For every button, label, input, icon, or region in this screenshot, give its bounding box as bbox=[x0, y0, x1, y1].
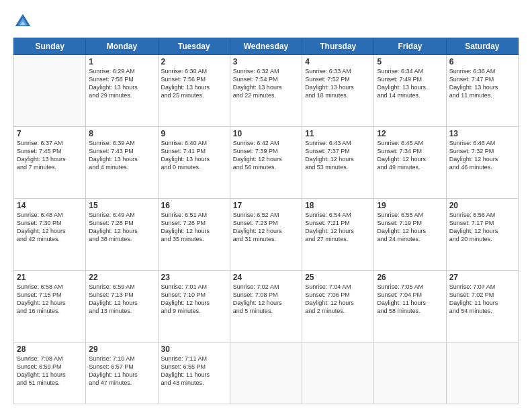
calendar-cell: 1Sunrise: 6:29 AM Sunset: 7:58 PM Daylig… bbox=[86, 55, 158, 127]
calendar-cell: 26Sunrise: 7:05 AM Sunset: 7:04 PM Dayli… bbox=[374, 270, 446, 342]
day-header: Friday bbox=[374, 38, 446, 55]
header-row: SundayMondayTuesdayWednesdayThursdayFrid… bbox=[14, 38, 519, 55]
cell-info: Sunrise: 6:39 AM Sunset: 7:43 PM Dayligh… bbox=[89, 139, 154, 172]
day-number: 21 bbox=[17, 273, 83, 282]
calendar-cell: 23Sunrise: 7:01 AM Sunset: 7:10 PM Dayli… bbox=[158, 270, 230, 342]
calendar-cell: 10Sunrise: 6:42 AM Sunset: 7:39 PM Dayli… bbox=[230, 126, 302, 198]
cell-info: Sunrise: 7:08 AM Sunset: 6:59 PM Dayligh… bbox=[17, 355, 83, 387]
day-number: 26 bbox=[377, 273, 443, 282]
cell-info: Sunrise: 7:02 AM Sunset: 7:08 PM Dayligh… bbox=[233, 283, 299, 316]
cell-info: Sunrise: 7:11 AM Sunset: 6:55 PM Dayligh… bbox=[161, 355, 227, 387]
calendar-cell: 5Sunrise: 6:34 AM Sunset: 7:49 PM Daylig… bbox=[374, 55, 446, 127]
calendar-cell bbox=[374, 342, 446, 404]
logo bbox=[13, 12, 35, 31]
calendar-cell: 17Sunrise: 6:52 AM Sunset: 7:23 PM Dayli… bbox=[230, 198, 302, 270]
day-number: 9 bbox=[161, 129, 227, 138]
calendar-cell: 14Sunrise: 6:48 AM Sunset: 7:30 PM Dayli… bbox=[14, 198, 86, 270]
day-number: 13 bbox=[449, 129, 515, 138]
day-number: 30 bbox=[161, 345, 227, 354]
cell-info: Sunrise: 6:48 AM Sunset: 7:30 PM Dayligh… bbox=[17, 211, 83, 244]
cell-info: Sunrise: 6:45 AM Sunset: 7:34 PM Dayligh… bbox=[377, 139, 443, 172]
day-number: 20 bbox=[449, 201, 515, 210]
header bbox=[13, 12, 519, 31]
day-header: Monday bbox=[86, 38, 158, 55]
calendar-cell: 25Sunrise: 7:04 AM Sunset: 7:06 PM Dayli… bbox=[302, 270, 374, 342]
day-number: 4 bbox=[305, 57, 371, 66]
day-header: Tuesday bbox=[158, 38, 230, 55]
calendar-cell: 24Sunrise: 7:02 AM Sunset: 7:08 PM Dayli… bbox=[230, 270, 302, 342]
calendar-cell bbox=[302, 342, 374, 404]
day-number: 16 bbox=[161, 201, 227, 210]
day-number: 10 bbox=[233, 129, 299, 138]
calendar-cell: 18Sunrise: 6:54 AM Sunset: 7:21 PM Dayli… bbox=[302, 198, 374, 270]
cell-info: Sunrise: 6:52 AM Sunset: 7:23 PM Dayligh… bbox=[233, 211, 299, 244]
day-number: 3 bbox=[233, 57, 299, 66]
day-number: 7 bbox=[17, 129, 83, 138]
calendar-week-row: 7Sunrise: 6:37 AM Sunset: 7:45 PM Daylig… bbox=[14, 126, 519, 198]
cell-info: Sunrise: 6:58 AM Sunset: 7:15 PM Dayligh… bbox=[17, 283, 83, 316]
cell-info: Sunrise: 6:36 AM Sunset: 7:47 PM Dayligh… bbox=[449, 67, 515, 100]
day-header: Wednesday bbox=[230, 38, 302, 55]
calendar-week-row: 14Sunrise: 6:48 AM Sunset: 7:30 PM Dayli… bbox=[14, 198, 519, 270]
day-number: 5 bbox=[377, 57, 443, 66]
day-number: 8 bbox=[89, 129, 154, 138]
day-number: 2 bbox=[161, 57, 227, 66]
calendar-cell: 19Sunrise: 6:55 AM Sunset: 7:19 PM Dayli… bbox=[374, 198, 446, 270]
day-number: 28 bbox=[17, 345, 83, 354]
calendar-cell: 22Sunrise: 6:59 AM Sunset: 7:13 PM Dayli… bbox=[86, 270, 158, 342]
day-number: 24 bbox=[233, 273, 299, 282]
day-number: 14 bbox=[17, 201, 83, 210]
day-number: 1 bbox=[89, 57, 154, 66]
calendar-cell: 8Sunrise: 6:39 AM Sunset: 7:43 PM Daylig… bbox=[86, 126, 158, 198]
cell-info: Sunrise: 6:56 AM Sunset: 7:17 PM Dayligh… bbox=[449, 211, 515, 244]
day-number: 6 bbox=[449, 57, 515, 66]
day-number: 25 bbox=[305, 273, 371, 282]
page: SundayMondayTuesdayWednesdayThursdayFrid… bbox=[0, 0, 532, 411]
cell-info: Sunrise: 6:29 AM Sunset: 7:58 PM Dayligh… bbox=[89, 67, 154, 100]
cell-info: Sunrise: 6:49 AM Sunset: 7:28 PM Dayligh… bbox=[89, 211, 154, 244]
cell-info: Sunrise: 7:01 AM Sunset: 7:10 PM Dayligh… bbox=[161, 283, 227, 316]
calendar-cell: 15Sunrise: 6:49 AM Sunset: 7:28 PM Dayli… bbox=[86, 198, 158, 270]
day-number: 18 bbox=[305, 201, 371, 210]
calendar-week-row: 21Sunrise: 6:58 AM Sunset: 7:15 PM Dayli… bbox=[14, 270, 519, 342]
calendar-cell: 29Sunrise: 7:10 AM Sunset: 6:57 PM Dayli… bbox=[86, 342, 158, 404]
cell-info: Sunrise: 6:40 AM Sunset: 7:41 PM Dayligh… bbox=[161, 139, 227, 172]
calendar-cell: 9Sunrise: 6:40 AM Sunset: 7:41 PM Daylig… bbox=[158, 126, 230, 198]
calendar-cell bbox=[230, 342, 302, 404]
day-number: 12 bbox=[377, 129, 443, 138]
day-number: 11 bbox=[305, 129, 371, 138]
cell-info: Sunrise: 6:54 AM Sunset: 7:21 PM Dayligh… bbox=[305, 211, 371, 244]
day-number: 23 bbox=[161, 273, 227, 282]
cell-info: Sunrise: 6:59 AM Sunset: 7:13 PM Dayligh… bbox=[89, 283, 154, 316]
calendar-cell: 16Sunrise: 6:51 AM Sunset: 7:26 PM Dayli… bbox=[158, 198, 230, 270]
day-number: 15 bbox=[89, 201, 154, 210]
cell-info: Sunrise: 7:05 AM Sunset: 7:04 PM Dayligh… bbox=[377, 283, 443, 316]
day-header: Thursday bbox=[302, 38, 374, 55]
cell-info: Sunrise: 7:04 AM Sunset: 7:06 PM Dayligh… bbox=[305, 283, 371, 316]
cell-info: Sunrise: 6:43 AM Sunset: 7:37 PM Dayligh… bbox=[305, 139, 371, 172]
calendar-cell: 30Sunrise: 7:11 AM Sunset: 6:55 PM Dayli… bbox=[158, 342, 230, 404]
day-header: Saturday bbox=[446, 38, 518, 55]
calendar-cell: 20Sunrise: 6:56 AM Sunset: 7:17 PM Dayli… bbox=[446, 198, 518, 270]
calendar-cell bbox=[446, 342, 518, 404]
calendar-cell: 28Sunrise: 7:08 AM Sunset: 6:59 PM Dayli… bbox=[14, 342, 86, 404]
cell-info: Sunrise: 6:33 AM Sunset: 7:52 PM Dayligh… bbox=[305, 67, 371, 100]
cell-info: Sunrise: 6:32 AM Sunset: 7:54 PM Dayligh… bbox=[233, 67, 299, 100]
cell-info: Sunrise: 7:10 AM Sunset: 6:57 PM Dayligh… bbox=[89, 355, 154, 387]
calendar-week-row: 1Sunrise: 6:29 AM Sunset: 7:58 PM Daylig… bbox=[14, 55, 519, 127]
cell-info: Sunrise: 6:51 AM Sunset: 7:26 PM Dayligh… bbox=[161, 211, 227, 244]
logo-icon bbox=[13, 12, 32, 31]
calendar-cell: 6Sunrise: 6:36 AM Sunset: 7:47 PM Daylig… bbox=[446, 55, 518, 127]
calendar-cell: 2Sunrise: 6:30 AM Sunset: 7:56 PM Daylig… bbox=[158, 55, 230, 127]
day-number: 27 bbox=[449, 273, 515, 282]
day-number: 22 bbox=[89, 273, 154, 282]
cell-info: Sunrise: 6:34 AM Sunset: 7:49 PM Dayligh… bbox=[377, 67, 443, 100]
cell-info: Sunrise: 6:30 AM Sunset: 7:56 PM Dayligh… bbox=[161, 67, 227, 100]
cell-info: Sunrise: 6:42 AM Sunset: 7:39 PM Dayligh… bbox=[233, 139, 299, 172]
cell-info: Sunrise: 6:37 AM Sunset: 7:45 PM Dayligh… bbox=[17, 139, 83, 172]
day-number: 29 bbox=[89, 345, 154, 354]
cell-info: Sunrise: 6:46 AM Sunset: 7:32 PM Dayligh… bbox=[449, 139, 515, 172]
calendar-cell: 13Sunrise: 6:46 AM Sunset: 7:32 PM Dayli… bbox=[446, 126, 518, 198]
calendar-table: SundayMondayTuesdayWednesdayThursdayFrid… bbox=[13, 38, 519, 404]
calendar-cell: 21Sunrise: 6:58 AM Sunset: 7:15 PM Dayli… bbox=[14, 270, 86, 342]
